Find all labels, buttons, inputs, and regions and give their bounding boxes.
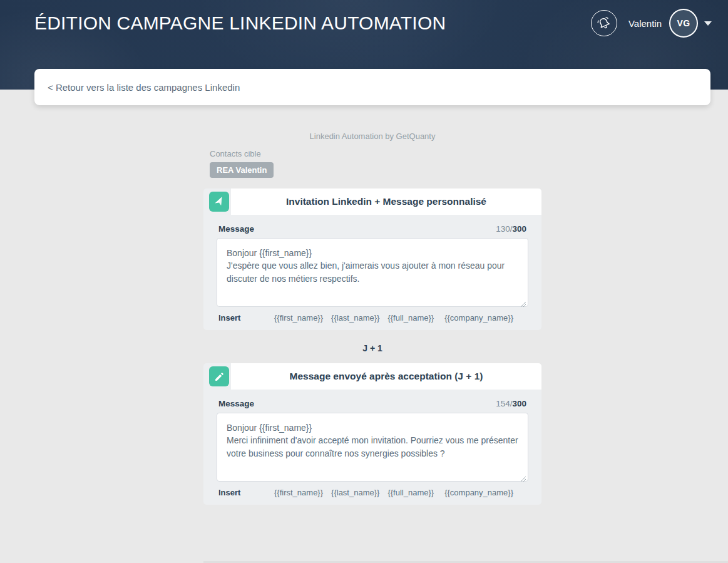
message-textarea-followup[interactable]: Bonjour {{first_name}} Merci infiniment … <box>217 413 528 482</box>
step-card-invitation: Invitation Linkedin + Message personnali… <box>203 189 541 330</box>
insert-label: Insert <box>218 488 245 497</box>
insert-variable-company-name[interactable]: {{company_name}} <box>444 488 513 497</box>
message-label: Message <box>218 399 254 408</box>
campaign-editor: Linkedin Automation by GetQuanty Contact… <box>203 132 541 505</box>
contacts-label: Contacts cible <box>210 149 541 158</box>
insert-variable-full-name[interactable]: {{full_name}} <box>387 313 434 323</box>
pencil-icon <box>209 366 229 386</box>
bell-icon <box>597 16 612 31</box>
insert-variable-last-name[interactable]: {{last_name}} <box>331 488 379 497</box>
send-icon <box>209 192 229 212</box>
textarea-resize-handle[interactable] <box>520 473 526 480</box>
step-title: Message envoyé après acceptation (J + 1) <box>290 371 483 382</box>
step-title-bar: Message envoyé après acceptation (J + 1) <box>231 363 541 390</box>
avatar[interactable]: VG <box>669 9 698 38</box>
insert-variable-first-name[interactable]: {{first_name}} <box>274 313 323 323</box>
step-title-bar: Invitation Linkedin + Message personnali… <box>231 189 541 215</box>
contacts-tag[interactable]: REA Valentin <box>210 162 274 178</box>
char-counter: 154/300 <box>496 399 526 408</box>
notifications-button[interactable] <box>591 10 617 36</box>
delay-label: J + 1 <box>203 343 541 353</box>
insert-variable-first-name[interactable]: {{first_name}} <box>274 488 323 497</box>
chevron-down-icon[interactable] <box>704 21 712 26</box>
insert-variable-last-name[interactable]: {{last_name}} <box>331 313 379 323</box>
back-to-campaign-list-link[interactable]: < Retour vers la liste des campagnes Lin… <box>48 82 240 93</box>
message-textarea-invitation[interactable]: Bonjour {{first_name}} J'espère que vous… <box>217 238 528 307</box>
message-label: Message <box>218 224 254 234</box>
step-card-followup: Message envoyé après acceptation (J + 1)… <box>203 363 541 505</box>
page-title: ÉDITION CAMPAGNE LINKEDIN AUTOMATION <box>34 13 446 34</box>
campaign-subtitle: Linkedin Automation by GetQuanty <box>203 132 541 141</box>
back-bar: < Retour vers la liste des campagnes Lin… <box>34 69 710 105</box>
char-counter: 130/300 <box>496 224 526 234</box>
textarea-resize-handle[interactable] <box>520 299 526 305</box>
user-name[interactable]: Valentin <box>628 18 662 29</box>
insert-label: Insert <box>218 313 245 323</box>
step-title: Invitation Linkedin + Message personnali… <box>286 196 486 207</box>
insert-variable-company-name[interactable]: {{company_name}} <box>444 313 513 323</box>
insert-variable-full-name[interactable]: {{full_name}} <box>387 488 434 497</box>
